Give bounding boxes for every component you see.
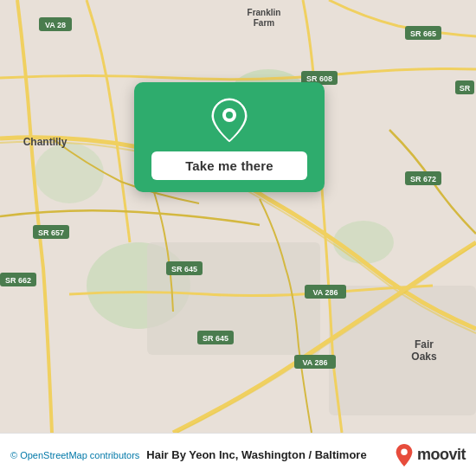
- map-background: VA 28 Franklin Farm SR 665 SR 608 SR Cha…: [0, 0, 476, 433]
- svg-text:Fair: Fair: [415, 338, 434, 351]
- svg-text:Chantilly: Chantilly: [23, 136, 68, 148]
- take-me-there-button[interactable]: Take me there: [151, 151, 307, 180]
- svg-text:SR 645: SR 645: [171, 265, 197, 273]
- svg-rect-6: [329, 286, 476, 415]
- svg-text:SR 672: SR 672: [410, 175, 436, 183]
- svg-text:SR 645: SR 645: [203, 334, 228, 343]
- moovit-logo: moovit: [395, 443, 466, 467]
- place-name: Hair By Yeon Inc, Washington / Baltimore: [146, 448, 395, 461]
- moovit-text: moovit: [417, 446, 466, 464]
- svg-text:Farm: Farm: [254, 18, 275, 28]
- svg-point-35: [226, 112, 233, 119]
- bottom-bar: © OpenStreetMap contributors Hair By Yeo…: [0, 433, 476, 476]
- moovit-pin-icon: [395, 443, 414, 467]
- svg-text:VA 286: VA 286: [312, 288, 338, 297]
- svg-text:Oaks: Oaks: [411, 351, 437, 363]
- svg-text:SR: SR: [460, 84, 471, 93]
- pin-icon: [207, 98, 252, 143]
- svg-text:VA 28: VA 28: [45, 21, 66, 29]
- location-card: Take me there: [134, 82, 325, 192]
- svg-text:SR 662: SR 662: [5, 276, 31, 285]
- map-container: VA 28 Franklin Farm SR 665 SR 608 SR Cha…: [0, 0, 476, 433]
- svg-text:SR 665: SR 665: [410, 29, 436, 38]
- osm-credit: © OpenStreetMap contributors: [10, 450, 139, 460]
- svg-text:VA 286: VA 286: [302, 358, 327, 367]
- svg-point-36: [401, 448, 407, 454]
- svg-text:SR 657: SR 657: [38, 228, 64, 237]
- location-pin-svg: [210, 97, 248, 144]
- svg-text:Franklin: Franklin: [248, 8, 281, 17]
- svg-point-3: [333, 221, 394, 264]
